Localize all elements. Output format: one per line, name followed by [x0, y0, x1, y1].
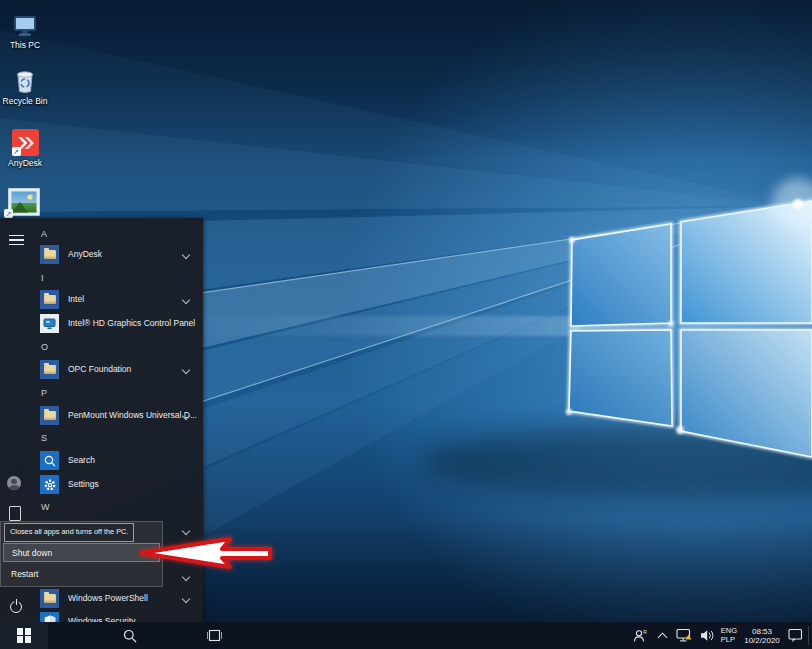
gear-icon: [40, 475, 59, 494]
tray-time: 08:53: [744, 627, 780, 636]
section-letter[interactable]: P: [41, 388, 65, 398]
section-letter[interactable]: S: [41, 433, 65, 443]
folder-icon: [40, 245, 59, 264]
app-label: Intel: [68, 290, 200, 309]
recycle-bin-icon: [2, 64, 48, 94]
volume-icon: [700, 629, 714, 642]
action-center-icon: [788, 628, 803, 643]
this-pc-icon: [2, 8, 48, 38]
chevron-up-icon: [657, 632, 667, 642]
start-menu-item-penmount[interactable]: PenMount Windows Universal D...: [40, 406, 200, 425]
shortcut-arrow-icon: ↗: [12, 147, 21, 156]
svg-text:R: R: [643, 629, 647, 635]
start-menu-item-opc-foundation[interactable]: OPC Foundation: [40, 360, 200, 379]
desktop-icon-this-pc[interactable]: This PC: [2, 8, 48, 50]
desktop-icon-label: AnyDesk: [2, 159, 48, 168]
app-label: Settings: [68, 475, 200, 494]
desktop-icon-anydesk[interactable]: ↗ AnyDesk: [2, 126, 48, 168]
app-label: Intel® HD Graphics Control Panel: [68, 314, 200, 333]
clock-indicator[interactable]: 08:53 10/2/2020: [739, 622, 785, 649]
desktop-icon-photo-shortcut[interactable]: ↗: [4, 186, 44, 221]
hamburger-icon[interactable]: [4, 228, 28, 252]
language-indicator[interactable]: ENG PLP: [718, 622, 740, 649]
people-button[interactable]: R: [628, 622, 652, 649]
app-label: AnyDesk: [68, 245, 200, 264]
app-label: OPC Foundation: [68, 360, 200, 379]
task-view-button[interactable]: [194, 622, 234, 649]
start-menu-item-windows-powershell[interactable]: Windows PowerShell: [40, 589, 200, 608]
keyboard-layout-code: PLP: [721, 636, 737, 645]
tray-date: 10/2/2020: [744, 636, 780, 645]
photo-thumbnail-icon: ↗: [4, 186, 44, 218]
section-letter[interactable]: A: [41, 229, 65, 239]
volume-button[interactable]: [696, 622, 718, 649]
folder-icon: [40, 290, 59, 309]
folder-icon: [40, 589, 59, 608]
taskbar: R ENG PLP: [0, 622, 812, 649]
anydesk-icon: ↗: [2, 126, 48, 156]
windows-start-icon: [17, 628, 32, 643]
search-icon: [123, 629, 137, 643]
start-menu-item-intel[interactable]: Intel: [40, 290, 200, 309]
desktop-icon-recycle-bin[interactable]: Recycle Bin: [2, 64, 48, 106]
people-icon: R: [633, 629, 647, 643]
app-label: Windows Security: [68, 612, 200, 622]
task-view-icon: [207, 629, 222, 642]
network-warning-icon: [676, 628, 692, 643]
windows-desktop: This PC Recycle Bin ↗ AnyDesk: [0, 0, 812, 649]
documents-icon[interactable]: [9, 506, 21, 521]
tray-expand-button[interactable]: [654, 622, 670, 649]
app-label: Windows PowerShell: [68, 589, 200, 608]
magnifier-icon: [40, 451, 59, 470]
start-button[interactable]: [0, 622, 48, 649]
start-menu-item-search[interactable]: Search: [40, 451, 200, 470]
show-desktop-strip[interactable]: [808, 626, 809, 645]
desktop-icon-label: Recycle Bin: [2, 97, 48, 106]
app-label: Search: [68, 451, 200, 470]
start-menu-item-anydesk[interactable]: AnyDesk: [40, 245, 200, 264]
shortcut-arrow-icon: ↗: [4, 209, 13, 218]
taskbar-search-button[interactable]: [110, 622, 150, 649]
red-annotation-arrow: [128, 530, 278, 576]
desktop-icon-label: This PC: [2, 41, 48, 50]
section-letter[interactable]: I: [41, 273, 65, 283]
app-label: PenMount Windows Universal D...: [68, 406, 200, 425]
power-icon[interactable]: [10, 599, 23, 612]
start-menu-item-intel-hd-graphics[interactable]: Intel® HD Graphics Control Panel: [40, 314, 200, 333]
start-menu-item-settings[interactable]: Settings: [40, 475, 200, 494]
folder-icon: [40, 406, 59, 425]
shutdown-tooltip: Closes all apps and turns off the PC.: [4, 523, 134, 542]
monitor-icon: [40, 314, 59, 333]
shield-icon: [40, 612, 59, 622]
folder-icon: [40, 360, 59, 379]
user-avatar-icon[interactable]: [7, 476, 21, 490]
network-status-button[interactable]: [672, 622, 696, 649]
section-letter[interactable]: O: [41, 342, 65, 352]
start-menu-item-windows-security[interactable]: Windows Security: [40, 612, 200, 622]
section-letter[interactable]: W: [41, 502, 65, 512]
action-center-button[interactable]: [785, 622, 806, 649]
